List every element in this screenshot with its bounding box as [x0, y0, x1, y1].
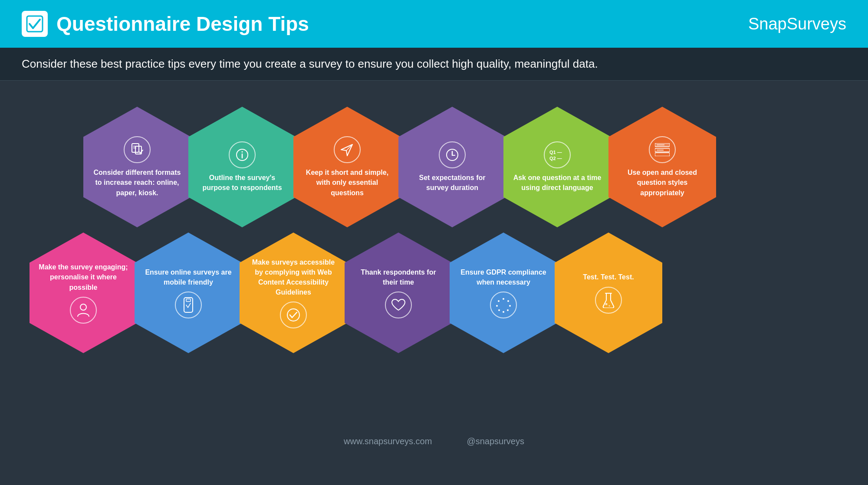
flask-icon: [595, 287, 622, 314]
svg-point-34: [605, 303, 608, 305]
list-icon: [649, 136, 676, 163]
tip-open-closed: Use open and closed question styles appr…: [608, 107, 716, 227]
svg-point-35: [609, 305, 610, 306]
brand-logo: SnapSurveys: [748, 15, 846, 33]
tip11-text: Ensure GDPR compliance when necessary: [458, 267, 549, 287]
subtitle-text: Consider these best practice tips every …: [22, 57, 846, 71]
footer-website: www.snapsurveys.com: [344, 436, 432, 446]
header-checkbox-icon: [22, 11, 48, 37]
tip1-text: Consider different formats to increase r…: [92, 167, 182, 198]
tip-set-expectations: Set expectations for survey duration: [398, 107, 506, 227]
brand-snap: Snap: [748, 15, 787, 33]
tip-mobile: Ensure online surveys are mobile friendl…: [135, 233, 242, 353]
tip10-text: Thank respondents for their time: [353, 267, 444, 287]
svg-point-26: [507, 300, 509, 302]
svg-point-30: [498, 309, 500, 311]
tip-outline-purpose: Outline the survey's purpose to responde…: [188, 107, 296, 227]
tip3-text: Keep it short and simple, with only esse…: [302, 167, 392, 198]
subtitle-bar: Consider these best practice tips every …: [0, 48, 868, 81]
svg-line-9: [346, 144, 352, 151]
hex-layout: Consider different formats to increase r…: [17, 98, 851, 428]
tip-gdpr: Ensure GDPR compliance when necessary: [450, 233, 557, 353]
svg-point-29: [503, 311, 504, 313]
check-circle-icon: [280, 301, 307, 328]
tip2-text: Outline the survey's purpose to responde…: [197, 173, 287, 193]
brand-surveys: Surveys: [787, 15, 846, 33]
tip-one-question: Q1 — Q2 — Ask one question at a time usi…: [503, 107, 611, 227]
footer: www.snapsurveys.com @snapsurveys: [17, 428, 851, 455]
tip-consider-formats: Consider different formats to increase r…: [83, 107, 191, 227]
svg-rect-23: [186, 299, 191, 301]
svg-text:Q2 —: Q2 —: [549, 156, 562, 161]
svg-point-7: [242, 151, 243, 152]
tip-keep-short: Keep it short and simple, with only esse…: [293, 107, 401, 227]
tip-thank: Thank respondents for their time: [345, 233, 452, 353]
clock-icon: [439, 141, 466, 168]
q1q2-icon: Q1 — Q2 —: [544, 141, 571, 168]
forms-icon: [124, 136, 151, 163]
mobile-icon: [175, 292, 202, 318]
svg-point-28: [507, 309, 509, 311]
svg-rect-20: [655, 153, 670, 156]
tip4-text: Set expectations for survey duration: [407, 173, 497, 193]
svg-point-27: [509, 305, 511, 307]
tip7-text: Make the survey engaging; personalise it…: [38, 262, 128, 292]
svg-point-31: [496, 305, 498, 307]
svg-point-25: [503, 298, 504, 300]
eu-stars-icon: [490, 292, 517, 318]
page-title: Questionnaire Design Tips: [56, 12, 309, 36]
footer-twitter: @snapsurveys: [467, 436, 524, 446]
tip-test: Test. Test. Test.: [555, 233, 662, 353]
svg-rect-22: [184, 298, 193, 312]
svg-point-24: [287, 309, 299, 321]
tip9-text: Make surveys accessible by complying wit…: [248, 257, 339, 298]
tip-engaging: Make the survey engaging; personalise it…: [30, 233, 137, 353]
svg-text:Q1 —: Q1 —: [549, 150, 562, 155]
send-icon: [334, 136, 361, 163]
svg-point-21: [80, 304, 86, 310]
header: Questionnaire Design Tips SnapSurveys: [0, 0, 868, 48]
header-left: Questionnaire Design Tips: [22, 11, 309, 37]
svg-point-32: [498, 300, 500, 302]
person-icon: [70, 297, 97, 324]
tip12-text: Test. Test. Test.: [583, 272, 634, 282]
tip6-text: Use open and closed question styles appr…: [617, 167, 707, 198]
heart-icon: [385, 292, 412, 318]
tip8-text: Ensure online surveys are mobile friendl…: [143, 267, 233, 287]
tip5-text: Ask one question at a time using direct …: [512, 173, 602, 193]
info-icon: [229, 141, 256, 168]
main-content: Consider different formats to increase r…: [0, 81, 868, 460]
tip-accessibility: Make surveys accessible by complying wit…: [240, 233, 347, 353]
